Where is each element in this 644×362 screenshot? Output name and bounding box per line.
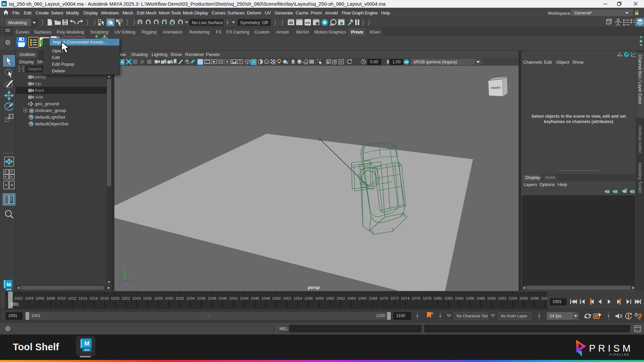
svg-text:T: T [239, 60, 241, 64]
svg-text:AYA: AYA [6, 288, 11, 291]
svg-text:ON: ON [405, 61, 408, 63]
svg-text:x: x [133, 280, 135, 284]
svg-text:AYA: AYA [84, 348, 90, 352]
svg-text:M: M [3, 2, 6, 6]
svg-text:M: M [7, 282, 11, 287]
svg-text:{;}: {;} [635, 328, 640, 331]
svg-text:?: ? [7, 327, 9, 331]
svg-text:y: y [124, 267, 126, 271]
svg-text:M: M [85, 340, 90, 347]
svg-text:FRONT: FRONT [491, 86, 501, 90]
svg-text:IPR: IPR [306, 21, 310, 24]
